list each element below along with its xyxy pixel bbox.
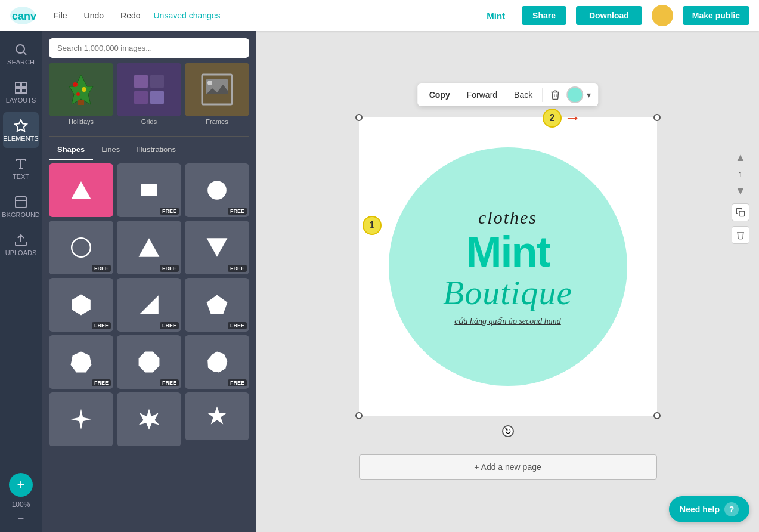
free-badge-11: FREE bbox=[228, 379, 247, 386]
shapes-grid-3: FREE FREE FREE bbox=[42, 278, 256, 332]
page-copy-button[interactable] bbox=[732, 203, 749, 221]
undo-btn[interactable]: Undo bbox=[80, 8, 107, 23]
back-button[interactable]: Back bbox=[506, 86, 541, 103]
handle-bottom-left[interactable] bbox=[355, 412, 363, 419]
avatar[interactable] bbox=[652, 5, 673, 26]
shape-star-6[interactable] bbox=[117, 392, 181, 446]
handle-bottom-right[interactable] bbox=[653, 412, 661, 419]
trash-icon bbox=[550, 89, 560, 100]
shapes-grid-5 bbox=[42, 392, 256, 446]
shape-triangle-pink[interactable] bbox=[49, 163, 113, 217]
handle-top-right[interactable] bbox=[653, 114, 661, 121]
sidebar-search-label: SEARCH bbox=[7, 58, 35, 66]
holidays-gallery-col: Holidays bbox=[49, 63, 113, 129]
tutorial-badge-1: 1 bbox=[363, 216, 382, 235]
shape-triangle-white[interactable]: FREE bbox=[117, 221, 181, 274]
free-badge-3: FREE bbox=[92, 265, 111, 272]
svg-marker-11 bbox=[69, 75, 93, 104]
tab-illustrations[interactable]: Illustrations bbox=[128, 140, 184, 160]
svg-point-25 bbox=[207, 181, 227, 200]
shape-octagon[interactable]: FREE bbox=[117, 335, 181, 389]
zoom-level: 100% bbox=[12, 500, 30, 509]
grids-template[interactable] bbox=[117, 63, 181, 116]
sidebar-item-text[interactable]: TEXT bbox=[3, 150, 39, 186]
shape-pentagon[interactable]: FREE bbox=[185, 278, 249, 332]
svg-marker-31 bbox=[207, 295, 228, 314]
design-text-boutique: Boutique bbox=[443, 276, 572, 310]
shape-hexagon[interactable]: FREE bbox=[49, 278, 113, 332]
zoom-minus-button[interactable]: − bbox=[18, 512, 24, 525]
sidebar-uploads-label: UPLOADS bbox=[5, 249, 37, 256]
shape-triangle-right[interactable]: FREE bbox=[185, 221, 249, 274]
frames-gallery-col: Frames bbox=[185, 63, 249, 129]
svg-point-14 bbox=[82, 87, 86, 92]
svg-marker-37 bbox=[207, 406, 227, 424]
file-menu[interactable]: File bbox=[50, 8, 71, 23]
sidebar-item-background[interactable]: BKGROUND bbox=[3, 188, 39, 224]
page-controls: ▲ 1 ▼ bbox=[732, 150, 749, 244]
free-badge-4: FREE bbox=[160, 265, 179, 272]
shape-rect[interactable]: FREE bbox=[117, 163, 181, 217]
delete-button[interactable] bbox=[544, 86, 566, 104]
color-picker[interactable] bbox=[566, 86, 583, 103]
tab-lines[interactable]: Lines bbox=[93, 140, 128, 160]
download-button[interactable]: Download bbox=[576, 6, 642, 25]
need-help-button[interactable]: Need help ? bbox=[669, 496, 749, 522]
shape-heptagon[interactable]: FREE bbox=[49, 335, 113, 389]
sidebar-item-layouts[interactable]: LAYOUTS bbox=[3, 74, 39, 110]
design-card: clothes Mint Boutique cửa hàng quần áo s… bbox=[359, 117, 657, 416]
panel-search bbox=[49, 38, 249, 58]
handle-top-left[interactable] bbox=[355, 114, 363, 121]
sidebar-item-search[interactable]: SEARCH bbox=[3, 36, 39, 72]
shape-circle-outline[interactable]: FREE bbox=[49, 221, 113, 274]
elements-panel: Holidays Grids bbox=[42, 31, 256, 532]
forward-button[interactable]: Forward bbox=[459, 86, 506, 103]
free-badge-2: FREE bbox=[228, 208, 247, 215]
sidebar-background-label: BKGROUND bbox=[2, 211, 40, 218]
svg-point-13 bbox=[73, 82, 78, 87]
svg-rect-6 bbox=[16, 88, 20, 93]
rotate-handle[interactable]: ↻ bbox=[502, 425, 514, 437]
sidebar-item-uploads[interactable]: UPLOADS bbox=[3, 227, 39, 262]
free-badge-5: FREE bbox=[228, 265, 247, 272]
shape-nonagon[interactable]: FREE bbox=[185, 335, 249, 389]
page-up-button[interactable]: ▲ bbox=[732, 150, 749, 165]
svg-marker-32 bbox=[71, 352, 92, 373]
search-input[interactable] bbox=[49, 38, 249, 58]
svg-rect-19 bbox=[150, 91, 164, 104]
copy-button[interactable]: Copy bbox=[421, 86, 459, 103]
holidays-template[interactable] bbox=[49, 63, 113, 116]
tab-shapes[interactable]: Shapes bbox=[49, 140, 93, 160]
mint-button[interactable]: Mint bbox=[479, 7, 512, 24]
more-options-button[interactable]: ▾ bbox=[583, 90, 594, 100]
page-trash-button[interactable] bbox=[732, 226, 749, 244]
svg-marker-29 bbox=[72, 295, 91, 316]
redo-btn[interactable]: Redo bbox=[117, 8, 144, 23]
sidebar-layouts-label: LAYOUTS bbox=[6, 97, 36, 104]
svg-rect-17 bbox=[150, 75, 164, 88]
add-page-bar[interactable]: + Add a new page bbox=[359, 454, 657, 480]
make-public-button[interactable]: Make public bbox=[683, 6, 749, 25]
svg-marker-27 bbox=[139, 238, 160, 257]
svg-point-15 bbox=[76, 92, 80, 96]
share-button[interactable]: Share bbox=[522, 6, 566, 25]
sidebar-item-elements[interactable]: ELEMENTS bbox=[3, 112, 39, 148]
canva-logo[interactable]: canva bbox=[10, 5, 36, 26]
svg-marker-23 bbox=[71, 181, 91, 199]
free-badge-8: FREE bbox=[228, 322, 247, 329]
main-layout: SEARCH LAYOUTS ELEMENTS TEXT BKGROUND UP… bbox=[0, 31, 759, 532]
shape-star-4[interactable] bbox=[49, 392, 113, 446]
frames-template[interactable] bbox=[185, 63, 249, 116]
shape-right-triangle[interactable]: FREE bbox=[117, 278, 181, 332]
shape-circle[interactable]: FREE bbox=[185, 163, 249, 217]
free-badge: FREE bbox=[160, 208, 179, 215]
free-badge-10: FREE bbox=[160, 379, 179, 386]
add-element-button[interactable]: + bbox=[9, 473, 33, 497]
svg-marker-30 bbox=[140, 295, 159, 314]
unsaved-changes-label: Unsaved changes bbox=[154, 11, 221, 20]
svg-rect-4 bbox=[16, 82, 20, 87]
page-down-button[interactable]: ▼ bbox=[732, 184, 749, 199]
canvas-area: 2 → Copy Forward Back ▾ ↻ bbox=[256, 31, 759, 532]
svg-rect-9 bbox=[16, 197, 26, 208]
shape-star-5[interactable] bbox=[185, 392, 249, 440]
